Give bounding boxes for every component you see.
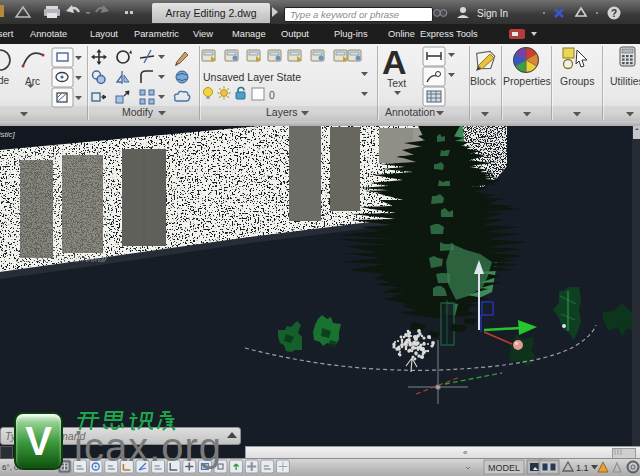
svg-text:«: «: [463, 448, 468, 457]
svg-text:Layers: Layers: [266, 106, 298, 118]
svg-text:Groups: Groups: [560, 75, 594, 87]
svg-text:Unsaved Layer State: Unsaved Layer State: [203, 71, 301, 83]
svg-text:?: ?: [611, 8, 617, 19]
svg-text:Properties: Properties: [503, 75, 551, 87]
svg-text:Modify: Modify: [122, 106, 154, 118]
svg-text:0: 0: [269, 89, 275, 101]
svg-text:listic]: listic]: [0, 130, 16, 139]
svg-text:Utilities: Utilities: [610, 75, 640, 87]
svg-text:A: A: [382, 44, 407, 81]
svg-text:de: de: [0, 75, 10, 86]
svg-text:Block: Block: [470, 75, 496, 87]
svg-text:1.1: 1.1: [576, 463, 589, 473]
svg-text:Sign In: Sign In: [477, 8, 508, 19]
svg-text:Text: Text: [387, 77, 406, 89]
svg-text:Annotation: Annotation: [385, 106, 435, 118]
svg-text:MODEL: MODEL: [488, 463, 520, 473]
